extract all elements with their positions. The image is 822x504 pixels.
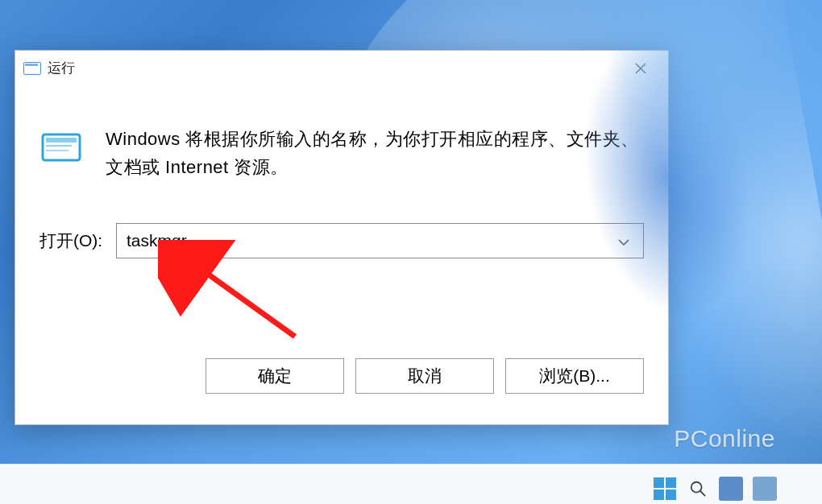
cancel-button[interactable]: 取消 — [355, 358, 494, 394]
close-icon — [634, 62, 647, 75]
titlebar: 运行 — [15, 51, 668, 86]
taskbar-search-icon[interactable] — [687, 477, 709, 500]
run-dialog: 运行 Windows 将根据你所输入的名称，为你打开相应的程序、文件夹、文档或 … — [15, 50, 669, 425]
svg-rect-11 — [666, 490, 676, 500]
svg-line-1 — [636, 64, 646, 73]
ok-button[interactable]: 确定 — [206, 358, 344, 394]
run-large-icon — [39, 130, 88, 168]
svg-line-0 — [636, 64, 646, 73]
start-button[interactable] — [653, 477, 677, 501]
desktop-wallpaper: 运行 Windows 将根据你所输入的名称，为你打开相应的程序、文件夹、文档或 … — [0, 0, 822, 464]
browse-button[interactable]: 浏览(B)... — [505, 358, 644, 394]
open-input[interactable] — [127, 231, 614, 250]
svg-point-12 — [691, 482, 702, 493]
dialog-title: 运行 — [48, 59, 621, 77]
svg-rect-9 — [666, 477, 676, 488]
taskbar-app-icon[interactable] — [719, 477, 743, 501]
watermark-text: PConline — [674, 425, 775, 452]
taskbar-app-icon[interactable] — [753, 477, 777, 501]
svg-rect-10 — [654, 490, 664, 500]
chevron-down-icon[interactable] — [614, 231, 633, 250]
dialog-description: Windows 将根据你所输入的名称，为你打开相应的程序、文件夹、文档或 Int… — [106, 125, 644, 181]
close-button[interactable] — [621, 56, 660, 81]
dialog-content: Windows 将根据你所输入的名称，为你打开相应的程序、文件夹、文档或 Int… — [15, 86, 668, 424]
svg-line-13 — [700, 491, 705, 496]
svg-rect-8 — [654, 477, 664, 488]
open-label: 打开(O): — [39, 229, 116, 252]
taskbar[interactable] — [0, 464, 822, 504]
run-dialog-icon — [23, 60, 41, 76]
open-combobox[interactable] — [116, 223, 644, 258]
svg-rect-3 — [46, 138, 77, 143]
